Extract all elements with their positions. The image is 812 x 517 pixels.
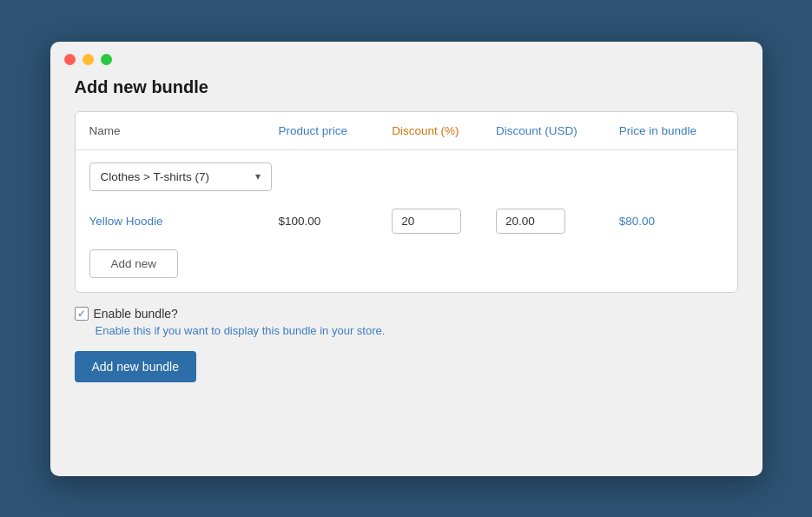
checkmark-icon: ✓ bbox=[77, 308, 86, 319]
main-content: Add new bundle Name Product price Discou… bbox=[50, 74, 762, 407]
discount-pct-input[interactable] bbox=[392, 209, 461, 234]
app-window: Add new bundle Name Product price Discou… bbox=[50, 42, 762, 476]
col-product-price: Product price bbox=[278, 124, 392, 137]
dropdown-label: Clothes > T-shirts (7) bbox=[101, 170, 209, 183]
add-new-button[interactable]: Add new bbox=[89, 249, 179, 278]
product-name: Yellow Hoodie bbox=[89, 215, 279, 228]
chevron-down-icon: ▾ bbox=[255, 170, 261, 182]
discount-usd-input[interactable] bbox=[496, 209, 565, 234]
expand-dot[interactable] bbox=[101, 54, 112, 65]
table-row: Yellow Hoodie $100.00 $80.00 bbox=[89, 203, 723, 246]
enable-bundle-checkbox[interactable]: ✓ bbox=[75, 307, 89, 321]
page-title: Add new bundle bbox=[75, 77, 738, 97]
product-price: $100.00 bbox=[278, 215, 392, 228]
enable-bundle-description: Enable this if you want to display this … bbox=[96, 324, 386, 337]
table-body: Clothes > T-shirts (7) ▾ Yellow Hoodie $… bbox=[76, 150, 737, 292]
minimize-dot[interactable] bbox=[83, 54, 94, 65]
enable-bundle-label: Enable bundle? bbox=[94, 307, 178, 321]
col-discount-usd: Discount (USD) bbox=[496, 124, 619, 137]
table-header: Name Product price Discount (%) Discount… bbox=[76, 112, 737, 150]
discount-usd-cell bbox=[496, 209, 619, 234]
bundle-table: Name Product price Discount (%) Discount… bbox=[75, 111, 738, 293]
discount-pct-cell bbox=[392, 209, 496, 234]
titlebar bbox=[50, 42, 762, 74]
col-discount-pct: Discount (%) bbox=[392, 124, 496, 137]
enable-bundle-content: ✓ Enable bundle? Enable this if you want… bbox=[75, 307, 386, 337]
category-dropdown[interactable]: Clothes > T-shirts (7) ▾ bbox=[89, 162, 272, 191]
category-dropdown-row: Clothes > T-shirts (7) ▾ bbox=[89, 162, 723, 191]
col-name: Name bbox=[89, 124, 279, 137]
enable-checkbox-row: ✓ Enable bundle? bbox=[75, 307, 386, 321]
enable-bundle-section: ✓ Enable bundle? Enable this if you want… bbox=[75, 307, 738, 337]
price-in-bundle: $80.00 bbox=[619, 215, 723, 228]
close-dot[interactable] bbox=[64, 54, 76, 65]
col-price-in-bundle: Price in bundle bbox=[619, 124, 723, 137]
add-bundle-submit-button[interactable]: Add new bundle bbox=[75, 351, 196, 382]
